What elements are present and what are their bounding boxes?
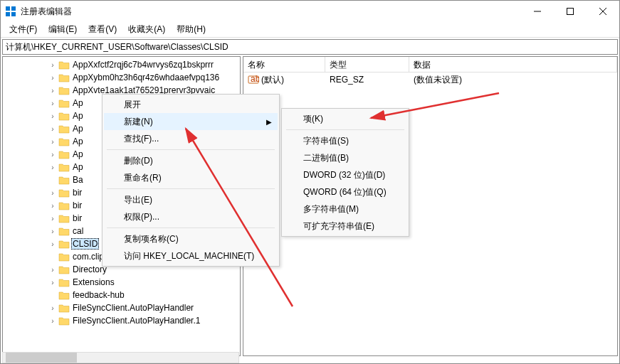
menu-bar: 文件(F) 编辑(E) 查看(V) 收藏夹(A) 帮助(H) bbox=[1, 22, 619, 38]
ctx-copy-key-name[interactable]: 复制项名称(C) bbox=[104, 230, 278, 247]
window-title: 注册表编辑器 bbox=[21, 6, 521, 18]
tree-item-label: Ap bbox=[71, 98, 85, 108]
tree-item-label: AppXybm0hz3h6qr4z6whdaaefvpq136 bbox=[71, 73, 221, 82]
ctx-permissions[interactable]: 权限(P)... bbox=[104, 208, 278, 225]
col-name[interactable]: 名称 bbox=[243, 57, 325, 72]
tree-item-label: Ap bbox=[71, 162, 85, 172]
expander-icon[interactable]: › bbox=[48, 304, 57, 312]
tree-item[interactable]: ›FileSyncClient.AutoPlayHandler bbox=[3, 301, 240, 314]
separator bbox=[286, 129, 404, 130]
expander-icon[interactable]: › bbox=[48, 279, 57, 287]
menu-view[interactable]: 查看(V) bbox=[83, 22, 122, 37]
close-icon bbox=[599, 8, 606, 15]
values-header: 名称 类型 数据 bbox=[243, 57, 617, 73]
ctx-new-key[interactable]: 项(K) bbox=[283, 110, 407, 127]
submenu-arrow-icon: ▶ bbox=[266, 118, 272, 126]
col-data[interactable]: 数据 bbox=[409, 57, 617, 72]
tree-item-label: Ap bbox=[71, 124, 85, 134]
ctx-find[interactable]: 查找(F)... bbox=[104, 130, 278, 147]
ctx-new[interactable]: 新建(N)▶ bbox=[104, 113, 278, 130]
string-value-icon: ab bbox=[248, 75, 259, 85]
svg-rect-3 bbox=[11, 12, 16, 16]
address-text: 计算机\HKEY_CURRENT_USER\Software\Classes\C… bbox=[6, 41, 228, 53]
expander-icon[interactable]: › bbox=[48, 100, 57, 107]
expander-icon[interactable]: › bbox=[48, 112, 57, 120]
tree-item-label: FileSyncClient.AutoPlayHandler bbox=[71, 303, 195, 313]
expander-icon[interactable]: › bbox=[48, 74, 57, 82]
ctx-new-dword[interactable]: DWORD (32 位)值(D) bbox=[283, 166, 407, 183]
expander-icon[interactable]: › bbox=[48, 189, 57, 197]
svg-text:ab: ab bbox=[251, 75, 259, 84]
tree-item[interactable]: ›FileSyncClient.AutoPlayHandler.1 bbox=[3, 314, 240, 327]
menu-help[interactable]: 帮助(H) bbox=[171, 22, 211, 37]
expander-icon[interactable]: › bbox=[48, 228, 57, 235]
maximize-icon bbox=[567, 8, 574, 15]
ctx-new-binary[interactable]: 二进制值(B) bbox=[283, 149, 407, 166]
separator bbox=[107, 149, 275, 150]
tree-item-label: bir bbox=[71, 213, 83, 223]
expander-icon[interactable]: › bbox=[48, 240, 57, 248]
tree-item-label: CLSID bbox=[71, 238, 99, 250]
tree-item[interactable]: ›AppXxfctf2rqj6c7b4wrvys6zq1bskprrr bbox=[3, 58, 240, 71]
ctx-rename[interactable]: 重命名(R) bbox=[104, 169, 278, 186]
expander-icon[interactable]: › bbox=[48, 202, 57, 210]
close-button[interactable] bbox=[587, 1, 619, 22]
tree-item-label: cal bbox=[71, 226, 85, 236]
expander-icon[interactable]: › bbox=[48, 61, 57, 69]
value-data: (数值未设置) bbox=[414, 74, 462, 86]
expander-icon[interactable]: › bbox=[48, 151, 57, 159]
expander-icon[interactable]: › bbox=[48, 266, 57, 274]
tree-item-label: bir bbox=[71, 188, 83, 198]
value-name: (默认) bbox=[261, 74, 284, 86]
tree-item-label: Ap bbox=[71, 149, 85, 159]
separator bbox=[107, 188, 275, 189]
ctx-visit-hklm[interactable]: 访问 HKEY_LOCAL_MACHINE(T) bbox=[104, 247, 278, 264]
app-icon bbox=[5, 6, 16, 17]
expander-icon[interactable]: › bbox=[48, 215, 57, 223]
minimize-button[interactable] bbox=[521, 1, 554, 22]
expander-icon[interactable]: › bbox=[48, 138, 57, 146]
tree-item-label: feedback-hub bbox=[71, 290, 126, 300]
ctx-delete[interactable]: 删除(D) bbox=[104, 152, 278, 169]
menu-edit[interactable]: 编辑(E) bbox=[43, 22, 83, 37]
tree-item[interactable]: ›Extensions bbox=[3, 276, 240, 289]
tree-item-label: Ba bbox=[71, 175, 85, 185]
svg-rect-1 bbox=[11, 6, 16, 11]
svg-rect-2 bbox=[6, 12, 10, 16]
tree-item-label: Ap bbox=[71, 136, 85, 146]
separator bbox=[107, 228, 275, 228]
maximize-button[interactable] bbox=[554, 1, 587, 22]
value-type: REG_SZ bbox=[330, 75, 364, 85]
ctx-export[interactable]: 导出(E) bbox=[104, 191, 278, 208]
ctx-new-string[interactable]: 字符串值(S) bbox=[283, 132, 407, 149]
tree-item[interactable]: feedback-hub bbox=[3, 289, 240, 301]
new-submenu: 项(K) 字符串值(S) 二进制值(B) DWORD (32 位)值(D) QW… bbox=[281, 108, 409, 237]
tree-item-label: FileSyncClient.AutoPlayHandler.1 bbox=[71, 316, 201, 326]
expander-icon[interactable]: › bbox=[48, 87, 57, 95]
tree-hscrollbar[interactable] bbox=[2, 352, 239, 363]
tree-item-label: Ap bbox=[71, 111, 85, 121]
menu-file[interactable]: 文件(F) bbox=[4, 22, 43, 37]
title-bar[interactable]: 注册表编辑器 bbox=[1, 1, 619, 22]
tree-item-label: AppXxfctf2rqj6c7b4wrvys6zq1bskprrr bbox=[71, 60, 215, 70]
tree-item[interactable]: ›AppXybm0hz3h6qr4z6whdaaefvpq136 bbox=[3, 71, 240, 84]
svg-rect-0 bbox=[6, 6, 10, 11]
minimize-icon bbox=[534, 8, 541, 15]
tree-item-label: bir bbox=[71, 200, 83, 210]
ctx-new-multistring[interactable]: 多字符串值(M) bbox=[283, 200, 407, 218]
ctx-new-qword[interactable]: QWORD (64 位)值(Q) bbox=[283, 183, 407, 200]
context-menu: 展开 新建(N)▶ 查找(F)... 删除(D) 重命名(R) 导出(E) 权限… bbox=[102, 94, 280, 267]
menu-favorites[interactable]: 收藏夹(A) bbox=[122, 22, 171, 37]
scrollbar-thumb[interactable] bbox=[6, 353, 77, 363]
value-row[interactable]: ab (默认) REG_SZ (数值未设置) bbox=[243, 73, 617, 87]
expander-icon[interactable]: › bbox=[48, 317, 57, 325]
address-bar[interactable]: 计算机\HKEY_CURRENT_USER\Software\Classes\C… bbox=[2, 39, 618, 55]
ctx-expand[interactable]: 展开 bbox=[104, 96, 278, 113]
col-type[interactable]: 类型 bbox=[325, 57, 409, 72]
ctx-new-expandstring[interactable]: 可扩充字符串值(E) bbox=[283, 218, 407, 235]
registry-editor-window: 注册表编辑器 文件(F) 编辑(E) 查看(V) 收藏夹(A) 帮助(H) 计算… bbox=[0, 0, 620, 364]
expander-icon[interactable]: › bbox=[48, 125, 57, 133]
tree-item-label: Extensions bbox=[71, 277, 116, 287]
expander-icon[interactable]: › bbox=[48, 164, 57, 171]
svg-rect-5 bbox=[567, 9, 574, 15]
